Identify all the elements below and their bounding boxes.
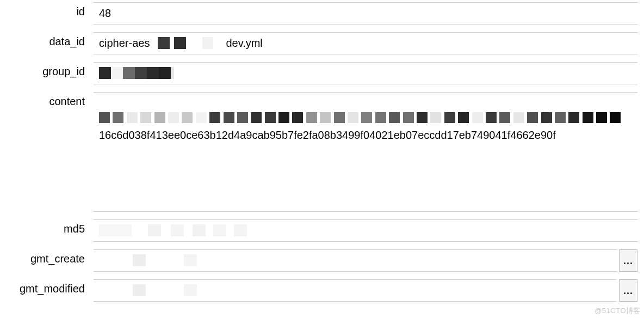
- label-data-id: data_id: [7, 32, 94, 48]
- input-content[interactable]: 16c6d038f413ee0ce63b12d4a9cab95b7fe2fa08…: [94, 92, 637, 212]
- label-group-id: group_id: [7, 62, 94, 78]
- input-data-id[interactable]: cipher-aes dev.yml: [94, 32, 637, 54]
- row-data-id: data_id cipher-aes dev.yml: [0, 32, 644, 54]
- label-id: id: [7, 2, 94, 18]
- data-id-suffix: dev.yml: [226, 37, 262, 50]
- row-content: content 16c6d038f413ee0ce63b12d4a9cab95b…: [0, 92, 644, 212]
- row-gmt-create: gmt_create ...: [0, 249, 644, 272]
- label-gmt-modified: gmt_modified: [7, 279, 94, 295]
- row-id: id: [0, 0, 644, 25]
- row-gmt-modified: gmt_modified ...: [0, 279, 644, 302]
- gmt-create-picker-button[interactable]: ...: [619, 249, 637, 272]
- row-md5: md5: [0, 219, 644, 242]
- input-id[interactable]: [94, 2, 637, 25]
- content-line1: 16c6d038f413ee0ce63b12d4a9cab95b7fe2fa08…: [99, 127, 632, 143]
- input-md5[interactable]: [94, 219, 637, 242]
- row-group-id: group_id: [0, 62, 644, 84]
- label-gmt-create: gmt_create: [7, 249, 94, 265]
- data-id-prefix: cipher-aes: [99, 37, 150, 50]
- input-gmt-modified[interactable]: [94, 279, 617, 302]
- input-group-id[interactable]: [94, 62, 637, 84]
- watermark: @51CTO博客: [595, 306, 641, 316]
- gmt-modified-picker-button[interactable]: ...: [619, 279, 637, 302]
- label-content: content: [7, 92, 94, 108]
- label-md5: md5: [7, 219, 94, 235]
- input-gmt-create[interactable]: [94, 249, 617, 272]
